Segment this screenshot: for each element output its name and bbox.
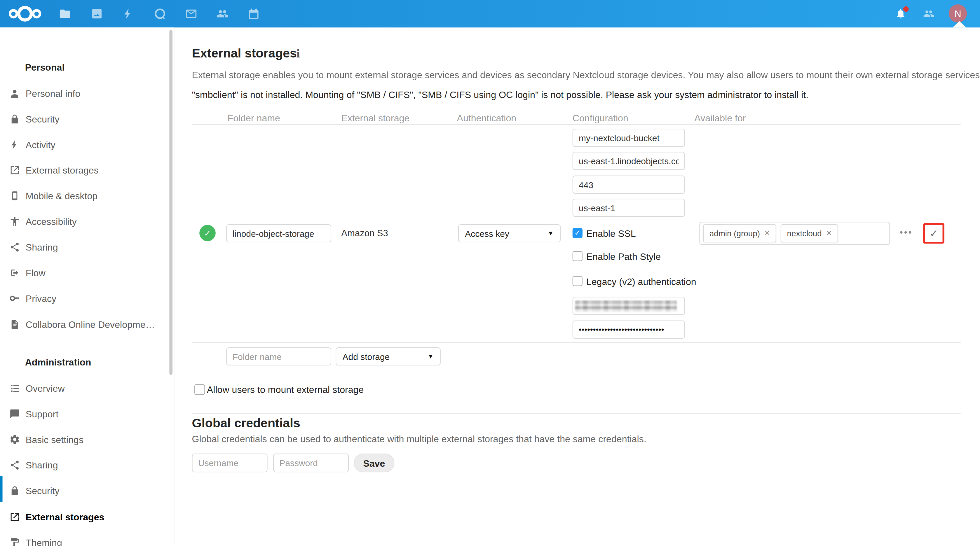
sidebar-item-external-storages-admin[interactable]: External storages bbox=[0, 509, 169, 524]
external-link-icon bbox=[10, 165, 20, 175]
chat-icon bbox=[10, 408, 20, 419]
port-input[interactable] bbox=[573, 176, 685, 194]
external-link-icon bbox=[10, 511, 20, 522]
mail-icon[interactable] bbox=[185, 8, 197, 20]
sidebar-scrollbar[interactable] bbox=[169, 30, 172, 375]
remove-chip-icon[interactable]: ✕ bbox=[764, 229, 770, 237]
column-header-available-for: Available for bbox=[694, 113, 746, 123]
sidebar-item-sharing-personal[interactable]: Sharing bbox=[0, 239, 169, 254]
sidebar-item-support[interactable]: Support bbox=[0, 406, 169, 421]
sidebar-section-personal: Personal bbox=[25, 62, 65, 72]
activity-icon[interactable] bbox=[122, 8, 135, 20]
column-header-authentication: Authentication bbox=[457, 113, 517, 123]
share-icon bbox=[10, 459, 20, 470]
sidebar-item-personal-info[interactable]: Personal info bbox=[0, 86, 169, 100]
legacy-auth-checkbox[interactable] bbox=[573, 276, 582, 286]
storage-status-ok-icon: ✓ bbox=[199, 225, 216, 241]
contacts-menu-icon[interactable] bbox=[923, 8, 934, 19]
paintroller-icon bbox=[10, 537, 20, 546]
table-header-divider bbox=[192, 124, 961, 125]
sidebar-item-security-admin[interactable]: Security bbox=[0, 483, 169, 498]
allow-users-label: Allow users to mount external storage bbox=[207, 384, 364, 395]
sidebar-item-overview[interactable]: Overview bbox=[0, 380, 169, 395]
sidebar-item-sharing-admin[interactable]: Sharing bbox=[0, 457, 169, 472]
global-credentials-title: Global credentials bbox=[192, 416, 300, 430]
sidebar-item-accessibility[interactable]: Accessibility bbox=[0, 214, 169, 229]
authentication-select[interactable]: Access key ▼ bbox=[458, 224, 561, 242]
sidebar-section-administration: Administration bbox=[25, 357, 91, 367]
contacts-icon[interactable] bbox=[216, 8, 229, 20]
column-header-external-storage: External storage bbox=[341, 113, 409, 123]
global-username-input[interactable] bbox=[192, 454, 267, 472]
header-pointer bbox=[953, 21, 966, 27]
new-folder-name-input[interactable] bbox=[226, 348, 331, 365]
available-for-input[interactable]: admin (group) ✕ nextcloud ✕ bbox=[699, 222, 890, 245]
hostname-input[interactable] bbox=[573, 152, 685, 170]
allow-users-checkbox[interactable] bbox=[194, 384, 205, 395]
flow-icon bbox=[10, 267, 20, 278]
gear-icon bbox=[10, 434, 20, 444]
calendar-icon[interactable] bbox=[248, 8, 260, 20]
redacted-access-key-blur bbox=[575, 300, 677, 312]
avatar[interactable]: N bbox=[949, 5, 967, 22]
folder-name-input[interactable] bbox=[226, 224, 331, 242]
column-header-configuration: Configuration bbox=[573, 113, 628, 123]
table-bottom-divider bbox=[192, 343, 961, 343]
list-icon bbox=[10, 383, 20, 393]
notifications-bell-icon[interactable] bbox=[895, 8, 907, 19]
chevron-down-icon: ▼ bbox=[547, 230, 554, 237]
sidebar-item-theming[interactable]: Theming bbox=[0, 535, 169, 546]
photos-icon[interactable] bbox=[91, 8, 103, 20]
sidebar-item-privacy[interactable]: Privacy bbox=[0, 290, 169, 305]
sidebar-item-external-storages-personal[interactable]: External storages bbox=[0, 162, 169, 177]
intro-text: External storage enables you to mount ex… bbox=[192, 70, 980, 80]
secret-key-input[interactable] bbox=[573, 321, 685, 339]
available-for-chip-nextcloud: nextcloud ✕ bbox=[781, 224, 838, 242]
sidebar-item-flow[interactable]: Flow bbox=[0, 265, 169, 280]
accessibility-icon bbox=[10, 216, 20, 226]
legacy-auth-label: Legacy (v2) authentication bbox=[586, 276, 696, 287]
chevron-down-icon: ▼ bbox=[428, 353, 434, 360]
page-title: External storages bbox=[192, 46, 296, 61]
sidebar-item-basic-settings[interactable]: Basic settings bbox=[0, 432, 169, 446]
column-header-folder-name: Folder name bbox=[228, 113, 280, 123]
global-credentials-description: Global credentials can be used to authen… bbox=[192, 433, 646, 444]
talk-icon[interactable] bbox=[154, 8, 166, 20]
lightning-icon bbox=[10, 139, 20, 150]
enable-ssl-label: Enable SSL bbox=[586, 228, 636, 238]
sidebar-item-collabora[interactable]: Collabora Online Development Edit… bbox=[0, 317, 169, 332]
files-icon[interactable] bbox=[59, 8, 71, 20]
save-storage-check-button[interactable]: ✓ bbox=[923, 223, 944, 244]
info-icon[interactable]: i bbox=[296, 48, 300, 60]
remove-chip-icon[interactable]: ✕ bbox=[826, 229, 832, 237]
save-button[interactable]: Save bbox=[354, 454, 394, 472]
lock-icon bbox=[10, 113, 20, 124]
sidebar-item-mobile-desktop[interactable]: Mobile & desktop bbox=[0, 188, 169, 203]
sidebar-item-activity[interactable]: Activity bbox=[0, 137, 169, 152]
add-storage-select[interactable]: Add storage ▼ bbox=[336, 348, 441, 365]
available-for-chip-admin: admin (group) ✕ bbox=[703, 224, 776, 242]
bucket-input[interactable] bbox=[573, 129, 685, 147]
global-password-input[interactable] bbox=[273, 454, 349, 472]
settings-sidebar: Personal Personal info Security Activity… bbox=[0, 27, 175, 546]
enable-path-style-checkbox[interactable] bbox=[573, 251, 582, 261]
region-input[interactable] bbox=[573, 198, 685, 217]
active-item-indicator bbox=[0, 476, 3, 502]
external-storage-type: Amazon S3 bbox=[341, 228, 388, 238]
mobile-icon bbox=[10, 190, 20, 201]
enable-path-style-label: Enable Path Style bbox=[586, 251, 661, 262]
section-divider bbox=[192, 413, 961, 414]
sidebar-item-security-personal[interactable]: Security bbox=[0, 111, 169, 126]
document-icon bbox=[10, 319, 20, 329]
share-icon bbox=[10, 241, 20, 252]
enable-ssl-checkbox[interactable]: ✓ bbox=[573, 228, 582, 238]
user-icon bbox=[10, 88, 20, 98]
smbclient-warning: "smbclient" is not installed. Mounting o… bbox=[192, 89, 808, 100]
lock-icon bbox=[10, 485, 20, 495]
notification-badge bbox=[903, 6, 909, 12]
nextcloud-settings-page: N Personal Personal info Security Activi… bbox=[0, 0, 980, 546]
row-more-menu-icon[interactable] bbox=[900, 231, 912, 234]
top-bar: N bbox=[0, 0, 980, 27]
nextcloud-logo-icon[interactable] bbox=[8, 3, 43, 24]
key-icon bbox=[10, 292, 20, 303]
